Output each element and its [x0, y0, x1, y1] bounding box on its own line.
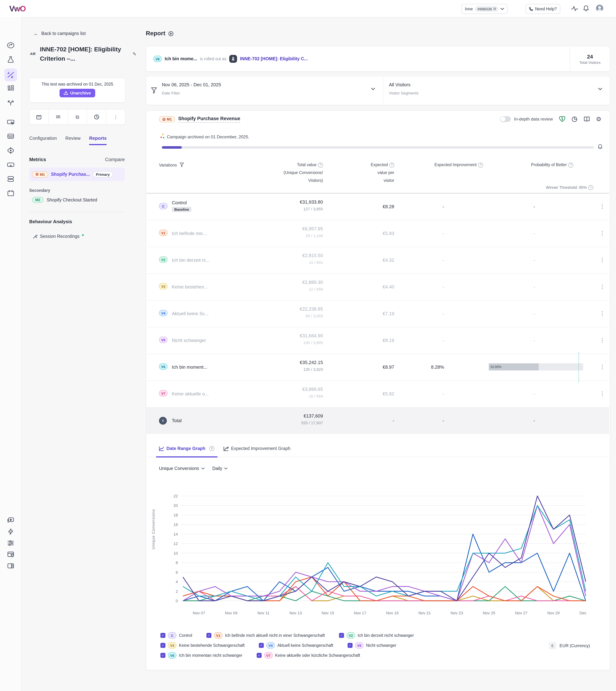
unarchive-button[interactable]: Unarchive	[60, 89, 95, 98]
data-quality-heart-icon[interactable]	[559, 116, 565, 122]
metric-dropdown[interactable]: Unique Conversions	[159, 466, 204, 471]
legend-item-V6[interactable]: ✓V6Ich bin momentan nicht schwanger	[160, 652, 242, 658]
need-help-button[interactable]: Need Help?	[525, 4, 560, 14]
metric-title: Shopify Purchase Revenue	[178, 116, 240, 123]
date-filter-dropdown[interactable]: Nov 06, 2025 - Dec 01, 2025 Date Filter	[162, 76, 383, 105]
row-kebab-icon[interactable]: ⋮	[600, 230, 605, 236]
legend-checkbox[interactable]: ✓	[160, 653, 166, 658]
legend-checkbox[interactable]: ✓	[259, 643, 264, 648]
period-dropdown[interactable]: Daily	[212, 466, 227, 471]
table-row-T: TTotal€137,609555 / 17,907---	[146, 408, 609, 434]
in-depth-toggle[interactable]	[500, 116, 511, 122]
tab-configuration[interactable]: Configuration	[29, 135, 57, 145]
help-icon: ?	[588, 185, 593, 190]
session-video-icon[interactable]	[7, 516, 15, 524]
svg-text:16: 16	[174, 522, 178, 527]
edit-campaign-icon[interactable]: ✎	[133, 51, 136, 57]
account-selector[interactable]: Inne #996036⧉	[461, 4, 508, 14]
visitor-segments-dropdown[interactable]: All Visitors Visitor Segments	[383, 76, 610, 105]
tab-review[interactable]: Review	[65, 135, 81, 145]
legend-checkbox[interactable]: ✓	[160, 633, 166, 638]
legend-item-V4[interactable]: ✓V4Aktuell keine Schwangerschaft	[259, 642, 333, 649]
legend-item-V3[interactable]: ✓V3Keine bestehende Schwangerschaft	[160, 642, 245, 649]
deploy-tray-icon[interactable]	[7, 132, 15, 140]
in-depth-label: In-depth data review	[514, 116, 553, 122]
legend-item-V1[interactable]: ✓V1Ich befinde mich aktuell nicht in ein…	[206, 632, 325, 639]
legend-item-C[interactable]: ✓CControl	[160, 632, 192, 639]
browser-rollback-icon[interactable]	[7, 550, 15, 558]
variation-name: Aktuell keine Sc...	[172, 311, 209, 316]
total-value-cell: €31,933.80127 / 3,855	[252, 199, 323, 211]
history-action[interactable]	[87, 109, 106, 125]
legend-label: Ich bin derzeit nicht schwanger	[357, 633, 414, 638]
variation-name: Total	[172, 418, 182, 423]
book-icon[interactable]	[584, 116, 590, 122]
back-to-campaigns-link[interactable]: ← Back to campaigns list	[34, 31, 86, 36]
pie-chart-icon[interactable]	[571, 116, 577, 122]
row-kebab-icon[interactable]: ⋮	[600, 337, 605, 343]
tab-reports[interactable]: Reports	[89, 135, 107, 145]
duplicate-action[interactable]: ⧉	[68, 109, 87, 125]
secondary-metric-item[interactable]: M2 Shopify Checkout Started	[32, 197, 97, 203]
currency-indicator: € EUR (Currency)	[549, 642, 590, 649]
row-kebab-icon[interactable]: ⋮	[600, 257, 605, 263]
primary-metric-item[interactable]: M1 Shopify Purchas... Primary	[29, 168, 125, 181]
user-avatar[interactable]	[596, 5, 603, 12]
compare-link[interactable]: Compare	[105, 157, 125, 162]
variation-name: Ich befinde mic...	[172, 231, 207, 236]
row-kebab-icon[interactable]: ⋮	[600, 283, 605, 290]
legend-item-V2[interactable]: ✓V2Ich bin derzeit nicht schwanger	[339, 632, 414, 639]
legend-label: Ich befinde mich aktuell nicht in einer …	[225, 633, 325, 638]
target-icon[interactable]	[7, 147, 15, 154]
data-layers-icon[interactable]	[7, 175, 15, 183]
expected-value-cell: -	[344, 418, 394, 423]
svg-text:18: 18	[174, 513, 178, 517]
flask-icon[interactable]	[7, 56, 15, 63]
row-kebab-icon[interactable]: ⋮	[600, 310, 605, 317]
bell-icon[interactable]	[583, 5, 589, 12]
layout-grid-icon[interactable]	[7, 84, 15, 92]
email-action[interactable]: ✉	[49, 109, 68, 125]
legend-item-V7[interactable]: ✓V7Keine aktuelle oder kürzliche Schwang…	[257, 652, 360, 658]
play-circle-icon[interactable]	[168, 31, 174, 36]
plan-calendar-icon[interactable]	[7, 189, 15, 197]
gear-icon[interactable]: ⚙	[596, 116, 601, 122]
activity-pulse-icon[interactable]	[571, 6, 578, 12]
legend-checkbox[interactable]: ✓	[257, 653, 262, 658]
legend-checkbox[interactable]: ✓	[339, 633, 344, 638]
side-tabs: ConfigurationReviewReports	[29, 135, 133, 145]
ab-testing-nav-active[interactable]: AB	[4, 68, 17, 81]
sliders-icon[interactable]	[7, 539, 15, 547]
legend-checkbox[interactable]: ✓	[160, 643, 166, 648]
more-actions[interactable]: ⋮	[106, 109, 125, 125]
tab-expected-improvement-graph[interactable]: Expected Improvement Graph	[223, 446, 290, 451]
bolt-icon[interactable]	[7, 528, 15, 536]
table-row-C: CControlBaseline€31,933.80127 / 3,855€8.…	[146, 194, 609, 220]
secondary-label: Secondary	[29, 188, 50, 193]
variation-name: ControlBaseline	[172, 200, 192, 212]
rollout-campaign-link[interactable]: INNE-702 [HOME]: Eligibility C...	[240, 56, 308, 61]
copy-icon[interactable]: ⧉	[493, 7, 496, 11]
session-recordings-link[interactable]: Session Recordings	[33, 234, 84, 239]
row-kebab-icon[interactable]: ⋮	[600, 364, 605, 370]
y-axis-label: Unique Conversions	[151, 509, 155, 549]
panel-icon[interactable]	[7, 562, 15, 570]
personalize-cursor-icon[interactable]	[7, 118, 15, 126]
legend-checkbox[interactable]: ✓	[206, 633, 212, 638]
tab-date-range-graph[interactable]: Date Range Graph?	[159, 446, 214, 451]
segment-label: Visitor Segments	[389, 91, 607, 95]
probability-cell: -	[485, 418, 535, 423]
row-kebab-icon[interactable]: ⋮	[600, 390, 605, 397]
bell-icon[interactable]	[597, 144, 603, 150]
legend-checkbox[interactable]: ✓	[348, 643, 353, 648]
legend-item-V5[interactable]: ✓V5Nicht schwanger	[348, 642, 396, 649]
ab-campaign-type-icon: A/B	[30, 52, 36, 56]
archive-action[interactable]	[29, 109, 49, 125]
dashboard-gauge-icon[interactable]	[7, 41, 15, 49]
heatmap-screen-icon[interactable]	[7, 161, 15, 169]
account-id-chip[interactable]: #996036⧉	[475, 6, 499, 12]
variations-filter-icon[interactable]	[180, 163, 184, 167]
help-icon: ?	[478, 163, 483, 167]
split-url-icon[interactable]	[7, 99, 15, 107]
row-kebab-icon[interactable]: ⋮	[600, 203, 605, 210]
